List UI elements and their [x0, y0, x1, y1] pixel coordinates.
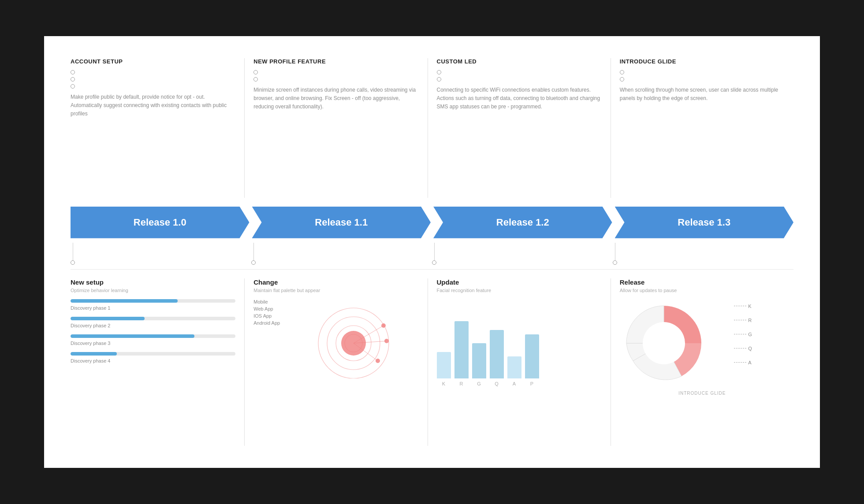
bar-label-Q: Q [490, 381, 504, 386]
bar-group-R [454, 321, 469, 378]
bottom-col-2: Update Facial recognition feature [428, 278, 611, 446]
bottom-0-subtitle: Optimize behavior learning [71, 288, 235, 293]
bottom-1-subtitle: Maintain flat palette but appear [253, 288, 418, 293]
bar-group-P [525, 334, 539, 378]
bar-label-K: K [437, 381, 451, 386]
spiral-chart [309, 299, 398, 378]
release-arrow-1: Release 1.1 [252, 207, 431, 238]
col-2-title: CUSTOM LED [437, 58, 602, 65]
bar-group-A [507, 356, 521, 378]
donut-label-Q: Q [734, 346, 752, 351]
progress-label-0: Discovery phase 1 [71, 305, 235, 311]
progress-bg-0 [71, 299, 235, 303]
dot-0-0 [71, 70, 75, 74]
column-3: INTRODUCE GLIDE When scrolling through h… [611, 58, 793, 198]
dot-3-1 [620, 77, 624, 82]
bottom-1-title: Change [253, 278, 418, 286]
col-3-dots [620, 70, 785, 82]
progress-group-2: Discovery phase 3 [71, 334, 235, 346]
radar-row-0: Mobile [253, 299, 280, 304]
bottom-col-3: Release Allow for updates to pause [611, 278, 793, 446]
bottom-3-subtitle: Allow for updates to pause [620, 288, 785, 293]
tl-line-3 [615, 243, 615, 260]
bar-Q [490, 330, 504, 378]
svg-point-8 [381, 323, 386, 328]
dot-0-2 [71, 84, 75, 89]
progress-fill-0 [71, 299, 178, 303]
progress-bg-1 [71, 317, 235, 320]
donut-dash-A [734, 362, 746, 363]
bottom-col-1: Change Maintain flat palette but appear … [244, 278, 427, 446]
bar-label-A: A [507, 381, 521, 386]
slide: ACCOUNT SETUP Make profile public by def… [44, 36, 820, 468]
tl-col-2 [432, 243, 613, 265]
col-2-dots [437, 70, 602, 82]
bottom-3-title: Release [620, 278, 785, 286]
donut-dash-Q [734, 348, 746, 348]
bar-P [525, 334, 539, 378]
progress-label-2: Discovery phase 3 [71, 341, 235, 346]
bar-label-P: P [525, 381, 539, 386]
donut-chart [620, 299, 708, 387]
tl-col-1 [251, 243, 432, 265]
bottom-section: New setup Optimize behavior learning Dis… [71, 269, 793, 446]
bar-G [472, 343, 486, 378]
bar-group-K [437, 352, 451, 378]
tl-dot-1 [251, 260, 256, 265]
column-0: ACCOUNT SETUP Make profile public by def… [71, 58, 244, 198]
progress-bg-3 [71, 352, 235, 356]
progress-label-1: Discovery phase 2 [71, 323, 235, 328]
donut-dash-K [734, 306, 746, 306]
bars-area [437, 299, 602, 378]
timeline-line-row [71, 243, 793, 265]
col-1-title: NEW PROFILE FEATURE [253, 58, 418, 65]
svg-point-10 [376, 359, 380, 363]
tl-col-0 [71, 243, 251, 265]
donut-label-R: R [734, 318, 752, 323]
dot-3-0 [620, 70, 624, 74]
dot-0-1 [71, 77, 75, 82]
col-0-desc: Make profile public by default, provide … [71, 93, 235, 198]
bar-group-Q [490, 330, 504, 378]
donut-label-A: A [734, 360, 752, 365]
radar-row-3: Android App [253, 320, 280, 326]
tl-dot-0 [71, 260, 75, 265]
donut-chart-label: INTRODUCE GLIDE [620, 391, 785, 396]
col-1-desc: Minimize screen off instances during pho… [253, 86, 418, 198]
tl-col-3 [613, 243, 793, 265]
bottom-2-subtitle: Facial recognition feature [437, 288, 602, 293]
bar-group-G [472, 343, 486, 378]
progress-group-0: Discovery phase 1 [71, 299, 235, 311]
col-2-desc: Connecting to specific WiFi connections … [437, 86, 602, 198]
donut-dash-G [734, 334, 746, 334]
bar-A [507, 356, 521, 378]
dot-1-0 [253, 70, 258, 74]
column-2: CUSTOM LED Connecting to specific WiFi c… [428, 58, 611, 198]
bottom-0-title: New setup [71, 278, 235, 286]
bar-label-G: G [472, 381, 486, 386]
radar-row-2: IOS App [253, 313, 280, 319]
progress-bg-2 [71, 334, 235, 338]
dot-1-1 [253, 77, 258, 82]
bar-K [437, 352, 451, 378]
progress-fill-1 [71, 317, 145, 320]
radar-labels: Mobile Web App IOS App Android App [253, 299, 280, 374]
col-3-title: INTRODUCE GLIDE [620, 58, 785, 65]
progress-group-3: Discovery phase 4 [71, 352, 235, 363]
release-arrow-0: Release 1.0 [71, 207, 250, 238]
donut-dash-R [734, 320, 746, 320]
progress-fill-3 [71, 352, 117, 356]
svg-point-9 [384, 339, 389, 343]
svg-point-11 [643, 322, 685, 364]
donut-labels: K R G Q A [734, 304, 752, 365]
dot-2-0 [437, 70, 441, 74]
tl-line-2 [434, 243, 435, 260]
tl-dot-3 [613, 260, 617, 265]
col-0-dots [71, 70, 235, 89]
tl-line-0 [73, 243, 73, 260]
bar-label-R: R [454, 381, 469, 386]
col-3-desc: When scrolling through home screen, user… [620, 86, 785, 198]
progress-group-1: Discovery phase 2 [71, 317, 235, 328]
dot-2-1 [437, 77, 441, 82]
progress-fill-2 [71, 334, 194, 338]
